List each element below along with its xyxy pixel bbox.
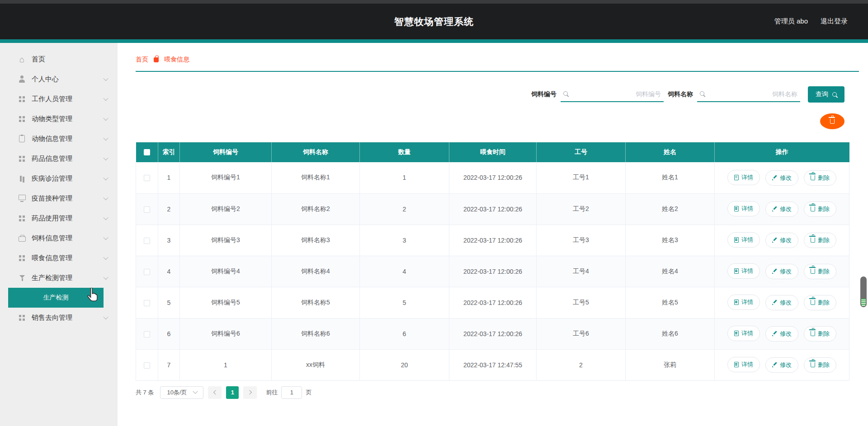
chevron-left-icon xyxy=(213,390,218,395)
edit-button[interactable]: 修改 xyxy=(765,201,798,217)
row-checkbox[interactable] xyxy=(144,269,150,275)
breadcrumb-home-link[interactable]: 首页 xyxy=(136,56,148,64)
row-checkbox[interactable] xyxy=(144,362,150,369)
detail-button[interactable]: 详情 xyxy=(727,295,760,310)
delete-button[interactable]: 删除 xyxy=(804,357,836,373)
col-header-feed-no: 饲料编号 xyxy=(180,142,272,162)
delete-button[interactable]: 删除 xyxy=(804,326,836,342)
sidebar-item-feeding-info-mgmt[interactable]: 喂食信息管理 xyxy=(0,248,118,268)
detail-button[interactable]: 详情 xyxy=(727,232,760,248)
sidebar-item-personal-center[interactable]: 个人中心 xyxy=(0,69,118,89)
delete-button[interactable]: 删除 xyxy=(804,295,836,310)
logout-link[interactable]: 退出登录 xyxy=(821,17,848,26)
edit-button[interactable]: 修改 xyxy=(765,170,798,186)
detail-button[interactable]: 详情 xyxy=(727,326,760,341)
detail-label: 详情 xyxy=(741,236,753,244)
edit-button[interactable]: 修改 xyxy=(765,233,798,248)
row-checkbox[interactable] xyxy=(144,331,150,337)
pagination: 共 7 条 10条/页 1 前往 页 xyxy=(136,386,868,399)
cell-actions: 详情 修改 删除 xyxy=(715,349,849,380)
batch-delete-button[interactable] xyxy=(820,113,844,129)
detail-button[interactable]: 详情 xyxy=(727,201,760,216)
cell-name: 张莉 xyxy=(626,349,715,380)
user-icon xyxy=(18,75,26,83)
current-user[interactable]: 管理员 abo xyxy=(774,17,808,26)
trash-icon xyxy=(811,269,815,274)
delete-button[interactable]: 删除 xyxy=(804,170,836,186)
col-header-time: 喂食时间 xyxy=(449,142,537,162)
book-icon xyxy=(18,175,26,183)
sidebar-item-animal-info-mgmt[interactable]: 动物信息管理 xyxy=(0,129,118,149)
cell-quantity: 2 xyxy=(360,193,449,225)
sidebar-item-drug-info-mgmt[interactable]: 药品信息管理 xyxy=(0,149,118,169)
col-header-index: 索引 xyxy=(158,142,180,162)
goto-page: 前往 页 xyxy=(266,386,311,399)
query-button-label: 查询 xyxy=(816,90,828,98)
document-icon xyxy=(734,175,739,180)
sidebar-item-sales-mgmt[interactable]: 销售去向管理 xyxy=(0,308,118,328)
cell-feed-no: 饲料编号3 xyxy=(180,225,272,256)
pencil-icon xyxy=(772,175,777,180)
goto-page-input[interactable] xyxy=(281,386,302,399)
detail-button[interactable]: 详情 xyxy=(727,170,760,185)
cell-worker-no: 工号3 xyxy=(537,225,626,256)
cell-worker-no: 工号5 xyxy=(537,287,626,318)
page-size-select[interactable]: 10条/页 xyxy=(160,386,203,399)
breadcrumb-current: 喂食信息 xyxy=(164,56,189,64)
edit-button[interactable]: 修改 xyxy=(765,357,798,373)
cell-quantity: 3 xyxy=(360,225,449,256)
sidebar-item-label: 动物信息管理 xyxy=(32,135,72,143)
prev-page-button[interactable] xyxy=(208,386,222,399)
delete-button[interactable]: 删除 xyxy=(804,201,836,217)
sidebar-item-disease-mgmt[interactable]: 疾病诊治管理 xyxy=(0,169,118,188)
query-button[interactable]: 查询 xyxy=(808,86,844,103)
edit-button[interactable]: 修改 xyxy=(765,264,798,279)
scrollbar-thumb[interactable] xyxy=(860,276,867,307)
sidebar-item-production-inspection-mgmt[interactable]: 生产检测管理 xyxy=(0,268,118,288)
chevron-down-icon xyxy=(103,275,108,280)
cell-name: 姓名6 xyxy=(626,318,715,349)
delete-label: 删除 xyxy=(818,205,830,213)
detail-label: 详情 xyxy=(741,360,753,369)
cell-feed-no: 饲料编号4 xyxy=(180,256,272,287)
chevron-down-icon xyxy=(103,96,108,101)
edit-button[interactable]: 修改 xyxy=(765,326,798,342)
sidebar-item-vaccine-mgmt[interactable]: 疫苗接种管理 xyxy=(0,188,118,208)
sidebar-item-staff-mgmt[interactable]: 工作人员管理 xyxy=(0,89,118,109)
sidebar-item-drug-use-mgmt[interactable]: 药品使用管理 xyxy=(0,208,118,228)
cell-worker-no: 2 xyxy=(537,349,626,380)
sidebar-item-feed-info-mgmt[interactable]: 饲料信息管理 xyxy=(0,228,118,248)
row-checkbox[interactable] xyxy=(144,175,150,181)
cell-actions: 详情 修改 删除 xyxy=(715,225,849,256)
funnel-icon xyxy=(18,274,26,282)
row-checkbox[interactable] xyxy=(144,206,150,213)
cell-quantity: 6 xyxy=(360,318,449,349)
row-checkbox[interactable] xyxy=(144,300,150,306)
topbar-right: 管理员 abo 退出登录 xyxy=(774,4,848,39)
trash-icon xyxy=(811,206,815,211)
select-all-checkbox[interactable] xyxy=(144,149,150,155)
col-header-quantity: 数量 xyxy=(360,142,449,162)
sidebar-item-animal-type-mgmt[interactable]: 动物类型管理 xyxy=(0,109,118,129)
document-icon xyxy=(734,331,739,336)
edit-label: 修改 xyxy=(780,267,792,276)
detail-button[interactable]: 详情 xyxy=(727,357,760,372)
detail-label: 详情 xyxy=(741,298,753,306)
sidebar-item-home[interactable]: ⌂ 首页 xyxy=(0,49,118,69)
cell-time: 2022-03-17 12:00:26 xyxy=(449,193,537,225)
search-icon xyxy=(563,91,568,96)
edit-button[interactable]: 修改 xyxy=(765,295,798,310)
pencil-icon xyxy=(772,331,777,336)
delete-button[interactable]: 删除 xyxy=(804,264,836,279)
pencil-icon xyxy=(772,362,777,367)
monitor-icon xyxy=(18,195,26,202)
cell-feed-name: 饲料名称3 xyxy=(272,225,360,256)
feed-name-input[interactable] xyxy=(697,87,800,102)
feed-no-input[interactable] xyxy=(561,87,664,102)
detail-button[interactable]: 详情 xyxy=(727,263,760,279)
delete-button[interactable]: 删除 xyxy=(804,233,836,248)
page-number-button-active[interactable]: 1 xyxy=(226,386,239,399)
sidebar-subitem-production-inspection-active[interactable]: 生产检测 xyxy=(8,288,104,308)
next-page-button[interactable] xyxy=(243,386,257,399)
row-checkbox[interactable] xyxy=(144,238,150,244)
